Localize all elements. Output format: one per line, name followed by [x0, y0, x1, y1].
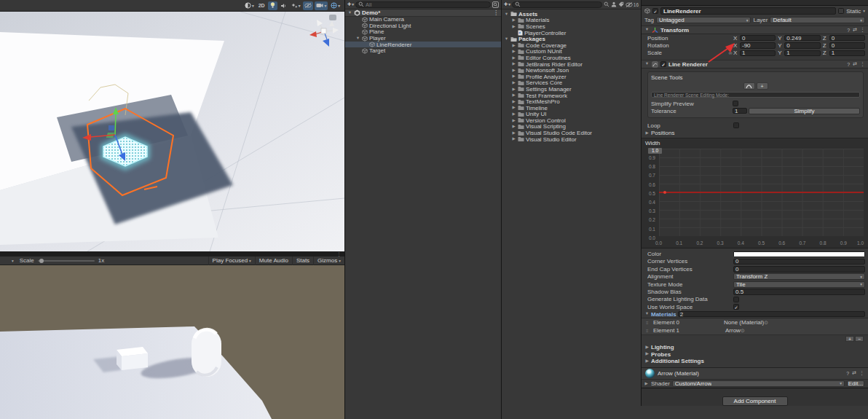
scale-x-input[interactable] — [740, 50, 776, 57]
help-icon[interactable]: ? — [847, 62, 850, 67]
2d-toggle[interactable]: 2D — [257, 1, 267, 10]
search-by-label-icon[interactable] — [618, 1, 624, 7]
scale-slider-handle[interactable] — [39, 259, 44, 263]
project-item-unity-ui[interactable]: ▶Unity UI — [502, 111, 641, 118]
material-asset-header[interactable]: Arrow (Material) ?⇄⋮ — [642, 367, 868, 380]
display-dropdown-icon[interactable]: ▾ — [12, 259, 14, 263]
simplify-button[interactable]: Simplify — [749, 108, 860, 114]
drag-handle-icon[interactable]: ≡ — [646, 329, 651, 333]
gizmos-dropdown[interactable]: Gizmos▾ — [313, 257, 344, 265]
static-dropdown-icon[interactable]: ▾ — [863, 9, 865, 13]
foldout-lighting[interactable]: ▶Lighting — [642, 343, 868, 351]
active-checkbox[interactable]: ✓ — [652, 8, 658, 14]
width-curve-line[interactable] — [659, 192, 864, 193]
stats-button[interactable]: Stats — [292, 257, 313, 265]
foldout-icon[interactable]: ▶ — [511, 131, 516, 136]
project-item-scenes[interactable]: ▶Scenes — [502, 23, 641, 30]
tolerance-input[interactable] — [733, 108, 747, 114]
scale-y-input[interactable] — [784, 50, 820, 57]
line-renderer-enabled-checkbox[interactable]: ✓ — [660, 61, 666, 67]
foldout-icon[interactable]: ▶ — [511, 68, 516, 73]
component-menu-icon[interactable]: ⋮ — [859, 370, 864, 376]
presets-icon[interactable]: ⇄ — [853, 27, 857, 33]
foldout-icon[interactable]: ▼ — [504, 12, 509, 17]
foldout-icon[interactable]: ▶ — [511, 81, 516, 85]
material-object-field[interactable]: None (Material)⊙ — [724, 319, 864, 326]
search-in-folder-icon[interactable] — [604, 1, 609, 7]
uniform-scale-link-icon[interactable]: ∞ — [727, 50, 733, 55]
project-item-services-core[interactable]: ▶Services Core — [502, 80, 641, 87]
scene-viewport[interactable] — [0, 12, 344, 251]
scene-header-row[interactable]: ▼ Demo* ⋮ — [345, 9, 501, 17]
gameobject-name-input[interactable] — [660, 7, 836, 15]
search-picker-icon[interactable] — [492, 1, 499, 8]
generate-lighting-data-checkbox[interactable] — [733, 297, 739, 302]
hierarchy-item-player[interactable]: ▼Player — [345, 35, 501, 42]
project-item-newtonsoft-json[interactable]: ▶Newtonsoft Json — [502, 67, 641, 74]
simplify-preview-checkbox[interactable] — [733, 101, 738, 106]
project-item-visual-studio-editor[interactable]: ▶Visual Studio Editor — [502, 136, 641, 143]
hierarchy-search[interactable] — [355, 1, 491, 8]
project-item-textmeshpro[interactable]: ▶TextMeshPro — [502, 98, 641, 105]
rotation-z-input[interactable] — [829, 42, 865, 49]
foldout-icon[interactable]: ▼ — [355, 36, 360, 41]
add-component-button[interactable]: Add Component — [722, 396, 788, 406]
foldout-icon[interactable]: ▼ — [504, 37, 509, 42]
foldout-icon[interactable]: ▶ — [511, 100, 516, 104]
project-item-code-coverage[interactable]: ▶Code Coverage — [502, 42, 641, 49]
audio-toggle[interactable] — [279, 1, 288, 10]
materials-header[interactable]: ▼ Materials — [642, 310, 868, 318]
scale-slider[interactable] — [38, 260, 95, 262]
scene-options-menu-icon[interactable]: ⋮ — [493, 9, 499, 16]
project-search[interactable] — [512, 1, 602, 8]
width-curve-key[interactable] — [663, 191, 666, 194]
shader-edit-button[interactable]: Edit... — [847, 380, 864, 387]
corner-vertices-input[interactable] — [733, 259, 865, 265]
position-x-input[interactable] — [740, 35, 776, 42]
project-item-materials[interactable]: ▶Materials — [502, 17, 641, 24]
hierarchy-item-target[interactable]: Target — [345, 47, 501, 54]
add-material-button[interactable]: + — [845, 336, 854, 342]
rotation-y-input[interactable] — [784, 42, 820, 49]
tag-dropdown[interactable]: Untagged▾ — [656, 17, 751, 23]
lighting-toggle[interactable] — [268, 1, 277, 10]
scale-z-input[interactable] — [829, 50, 865, 57]
rotation-x-input[interactable] — [740, 42, 776, 49]
hierarchy-search-input[interactable] — [366, 1, 488, 8]
foldout-icon[interactable]: ▶ — [511, 87, 516, 92]
mute-audio-button[interactable]: Mute Audio — [255, 257, 292, 265]
edit-curve-tool-button[interactable] — [743, 82, 755, 90]
presets-icon[interactable]: ⇄ — [852, 370, 856, 376]
project-item-jetbrains-rider-editor[interactable]: ▶JetBrains Rider Editor — [502, 61, 641, 68]
foldout-icon[interactable]: ▶ — [511, 56, 516, 60]
component-menu-icon[interactable]: ⋮ — [860, 61, 865, 67]
width-curve-editor[interactable]: Width 1.0 0.90.80.70.60.50.40.30.20.10.0… — [642, 138, 868, 248]
foldout-icon[interactable]: ▶ — [511, 50, 516, 54]
position-y-input[interactable] — [784, 35, 820, 42]
project-item-playercontroller[interactable]: #PlayerController — [502, 30, 641, 36]
foldout-icon[interactable]: ▶ — [511, 44, 516, 48]
camera-preview-dropdown[interactable]: ▾ — [315, 1, 328, 10]
hierarchy-item-plane[interactable]: Plane — [345, 29, 501, 36]
project-item-editor-coroutines[interactable]: ▶Editor Coroutines — [502, 55, 641, 61]
static-checkbox[interactable] — [838, 8, 844, 14]
game-viewport[interactable] — [0, 265, 344, 419]
shadow-bias-input[interactable] — [733, 289, 865, 295]
remove-material-button[interactable]: − — [855, 336, 864, 342]
project-item-test-framework[interactable]: ▶Test Framework — [502, 93, 641, 99]
lock-icon[interactable] — [329, 15, 336, 20]
width-curve-plot[interactable] — [659, 149, 864, 236]
use-world-space-checkbox[interactable]: ✓ — [733, 304, 739, 310]
foldout-icon[interactable]: ▶ — [511, 112, 516, 117]
scene-visibility-toggle[interactable] — [303, 1, 313, 10]
foldout-icon[interactable]: ▶ — [511, 18, 516, 23]
gameobject-cube-icon[interactable] — [644, 8, 650, 14]
foldout-icon[interactable]: ▶ — [511, 74, 516, 79]
positions-foldout[interactable]: ▶ Positions — [642, 130, 868, 137]
foldout-icon[interactable]: ▶ — [511, 93, 516, 98]
position-z-input[interactable] — [829, 35, 865, 42]
hierarchy-item-linerenderer[interactable]: LineRenderer — [345, 42, 501, 48]
material-object-field[interactable]: Arrow⊙ — [724, 327, 864, 334]
foldout-icon[interactable]: ▶ — [511, 137, 516, 141]
materials-foldout-icon[interactable]: ▼ — [644, 312, 650, 316]
